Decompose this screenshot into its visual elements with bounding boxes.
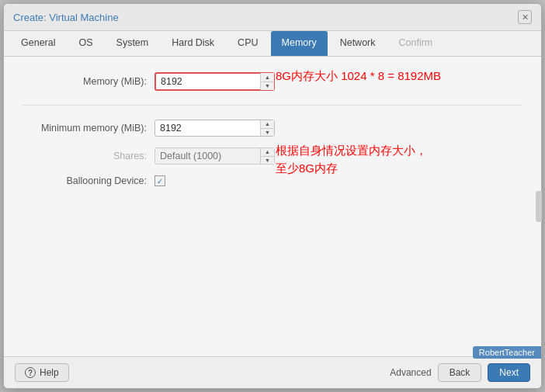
help-button[interactable]: ? Help bbox=[15, 363, 69, 382]
memory-spinner: ▲ ▼ bbox=[260, 73, 274, 90]
min-memory-increment[interactable]: ▲ bbox=[261, 120, 274, 129]
help-icon: ? bbox=[25, 367, 36, 378]
ballooning-label: Ballooning Device: bbox=[23, 175, 147, 186]
memory-row: Memory (MiB): ▲ ▼ bbox=[23, 72, 522, 91]
ballooning-row: Ballooning Device: ✓ bbox=[23, 175, 522, 186]
shares-label: Shares: bbox=[23, 151, 147, 161]
tab-os[interactable]: OS bbox=[68, 31, 103, 56]
memory-decrement[interactable]: ▼ bbox=[261, 82, 274, 91]
footer-right: Advanced Back Next bbox=[390, 363, 530, 382]
shares-spinner: ▲ ▼ bbox=[260, 148, 274, 164]
shares-input bbox=[154, 147, 275, 165]
memory-increment[interactable]: ▲ bbox=[261, 73, 274, 82]
tab-bar: General OS System Hard Disk CPU Memory N… bbox=[4, 31, 541, 57]
annotation-memory-size: 8G内存大小 1024 * 8 = 8192MB bbox=[276, 69, 441, 84]
shares-decrement: ▼ bbox=[261, 157, 274, 165]
create-vm-dialog: Create: Virtual Machine ✕ General OS Sys… bbox=[3, 3, 542, 389]
min-memory-spinner: ▲ ▼ bbox=[260, 120, 274, 136]
tab-general[interactable]: General bbox=[10, 31, 66, 56]
shares-input-wrap: ▲ ▼ bbox=[154, 147, 275, 165]
side-handle bbox=[536, 191, 542, 222]
min-memory-decrement[interactable]: ▼ bbox=[261, 129, 274, 137]
advanced-link[interactable]: Advanced bbox=[390, 367, 431, 378]
tab-hard-disk[interactable]: Hard Disk bbox=[161, 31, 225, 56]
ballooning-checkbox-wrap: ✓ bbox=[154, 175, 165, 186]
shares-row: Shares: ▲ ▼ bbox=[23, 147, 522, 165]
tab-system[interactable]: System bbox=[106, 31, 160, 56]
dialog-title: Create: Virtual Machine bbox=[13, 12, 119, 23]
tab-network[interactable]: Network bbox=[329, 31, 387, 56]
shares-increment: ▲ bbox=[261, 148, 274, 157]
min-memory-row: Minimum memory (MiB): ▲ ▼ bbox=[23, 120, 522, 137]
title-bar: Create: Virtual Machine ✕ bbox=[4, 4, 541, 31]
memory-label: Memory (MiB): bbox=[23, 76, 147, 87]
tab-memory[interactable]: Memory bbox=[271, 31, 328, 56]
back-button[interactable]: Back bbox=[438, 363, 482, 382]
tab-confirm: Confirm bbox=[388, 31, 444, 56]
tab-cpu[interactable]: CPU bbox=[227, 31, 269, 56]
ballooning-checkbox[interactable]: ✓ bbox=[154, 175, 165, 186]
divider-1 bbox=[23, 105, 522, 106]
watermark: RobertTeacher bbox=[473, 346, 541, 359]
min-memory-input[interactable] bbox=[154, 120, 275, 137]
min-memory-label: Minimum memory (MiB): bbox=[23, 123, 147, 134]
annotation-memory-note: 根据自身情况设置内存大小， 至少8G内存 bbox=[276, 142, 427, 177]
footer-left: ? Help bbox=[15, 363, 69, 382]
memory-input[interactable] bbox=[154, 72, 275, 91]
content-area: 8G内存大小 1024 * 8 = 8192MB Memory (MiB): ▲… bbox=[4, 57, 541, 356]
next-button[interactable]: Next bbox=[488, 363, 530, 382]
close-button[interactable]: ✕ bbox=[518, 10, 532, 24]
min-memory-input-wrap: ▲ ▼ bbox=[154, 120, 275, 137]
memory-input-wrap: ▲ ▼ bbox=[154, 72, 275, 91]
footer: ? Help Advanced Back Next bbox=[4, 356, 541, 388]
